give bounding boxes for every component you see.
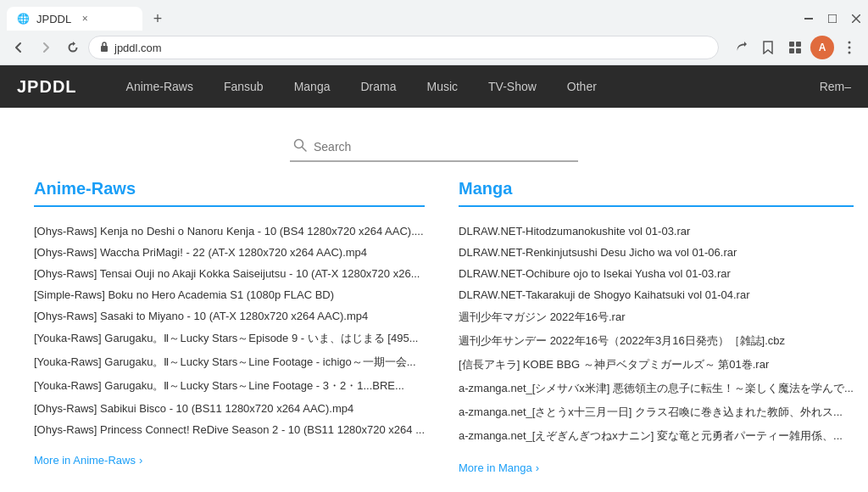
search-section [0, 108, 868, 179]
svg-point-9 [849, 42, 851, 44]
extensions-button[interactable] [783, 36, 807, 59]
list-item[interactable]: [Simple-Raws] Boku no Hero Academia S1 (… [34, 284, 425, 305]
site-header: JPDDL Anime-Raws Fansub Manga Drama Musi… [0, 65, 868, 108]
list-item[interactable]: [Youka-Raws] Garugaku。Ⅱ～Lucky Stars～Line… [34, 350, 425, 374]
nav-item-tvshow[interactable]: TV-Show [473, 65, 552, 108]
tab-favicon: 🌐 [17, 13, 30, 25]
nav-right-user[interactable]: Rem– [820, 80, 851, 93]
nav-item-drama[interactable]: Drama [345, 65, 411, 108]
list-item[interactable]: [Ohys-Raws] Princess Connect! ReDive Sea… [34, 419, 425, 440]
forward-button[interactable] [34, 36, 58, 59]
manga-divider [459, 205, 854, 207]
svg-rect-8 [796, 48, 801, 53]
main-content: Anime-Raws [Ohys-Raws] Kenja no Deshi o … [0, 179, 868, 474]
list-item[interactable]: 週刊少年サンデー 2022年16号（2022年3月16日発売）［雑誌].cbz [459, 329, 854, 353]
lock-icon [99, 41, 109, 55]
nav-item-other[interactable]: Other [552, 65, 612, 108]
manga-list: DLRAW.NET-Hitodzumanokushite vol 01-03.r… [459, 221, 854, 448]
list-item[interactable]: 週刊少年マガジン 2022年16号.rar [459, 305, 854, 329]
list-item[interactable]: [Ohys-Raws] Waccha PriMagi! - 22 (AT-X 1… [34, 242, 425, 263]
svg-rect-1 [828, 14, 837, 23]
svg-rect-4 [101, 46, 108, 52]
anime-raws-list: [Ohys-Raws] Kenja no Deshi o Nanoru Kenj… [34, 221, 425, 440]
anime-raws-title: Anime-Raws [34, 179, 425, 198]
svg-point-10 [849, 47, 851, 49]
svg-rect-5 [789, 42, 794, 47]
tab-close-button[interactable]: × [78, 12, 92, 25]
list-item[interactable]: a-zmanga.net_[さとうx十三月一日] クラス召喚に巻き込まれた教師、… [459, 400, 854, 424]
menu-button[interactable] [837, 36, 861, 59]
tab-title: JPDDL [36, 13, 71, 25]
list-item[interactable]: a-zmanga.net_[えぞぎんぎつねxナニン] 変な竜と元勇者パーティー雑… [459, 424, 854, 448]
anime-raws-divider [34, 205, 425, 207]
site-logo[interactable]: JPDDL [17, 77, 77, 97]
address-bar[interactable]: jpddl.com [88, 36, 719, 59]
window-restore-button[interactable] [821, 7, 844, 31]
list-item[interactable]: [Ohys-Raws] Sabikui Bisco - 10 (BS11 128… [34, 398, 425, 419]
manga-title: Manga [459, 179, 854, 198]
back-button[interactable] [7, 36, 31, 59]
list-item[interactable]: [信長アキラ] KOBE BBG ～神戸ベタプミガールズ～ 第01巻.rar [459, 353, 854, 377]
manga-column: Manga DLRAW.NET-Hitodzumanokushite vol 0… [459, 179, 854, 474]
list-item[interactable]: [Youka-Raws] Garugaku。Ⅱ～Lucky Stars～Epis… [34, 327, 425, 350]
svg-rect-6 [796, 42, 801, 47]
share-button[interactable] [729, 36, 753, 59]
nav-item-anime-raws[interactable]: Anime-Raws [111, 65, 209, 108]
bookmark-button[interactable] [756, 36, 780, 59]
list-item[interactable]: [Ohys-Raws] Sasaki to Miyano - 10 (AT-X … [34, 305, 425, 327]
nav-item-music[interactable]: Music [411, 65, 473, 108]
nav-item-manga[interactable]: Manga [279, 65, 346, 108]
window-minimize-button[interactable] [797, 7, 821, 31]
browser-tab[interactable]: 🌐 JPDDL × [7, 7, 142, 31]
nav-item-fansub[interactable]: Fansub [209, 65, 279, 108]
more-anime-raws-link[interactable]: More in Anime-Raws › [34, 454, 425, 467]
search-box[interactable] [290, 133, 578, 162]
profile-button[interactable]: A [810, 36, 834, 59]
list-item[interactable]: DLRAW.NET-Ochibure ojo to Isekai Yusha v… [459, 263, 854, 284]
window-close-button[interactable] [844, 7, 868, 31]
list-item[interactable]: a-zmanga.net_[シメサバx米津] 悪徳領主の息子に転生！～楽しく魔法… [459, 377, 854, 400]
new-tab-button[interactable]: + [146, 7, 170, 31]
list-item[interactable]: [Ohys-Raws] Kenja no Deshi o Nanoru Kenj… [34, 221, 425, 242]
anime-raws-column: Anime-Raws [Ohys-Raws] Kenja no Deshi o … [34, 179, 425, 474]
search-icon [293, 138, 307, 155]
list-item[interactable]: DLRAW.NET-Takarakuji de Shogyo Kaihatsuk… [459, 284, 854, 305]
list-item[interactable]: [Youka-Raws] Garugaku。Ⅱ～Lucky Stars～Line… [34, 374, 425, 398]
reload-button[interactable] [61, 36, 85, 59]
list-item[interactable]: DLRAW.NET-Hitodzumanokushite vol 01-03.r… [459, 221, 854, 242]
svg-line-13 [303, 148, 307, 152]
svg-rect-7 [789, 48, 794, 53]
list-item[interactable]: [Ohys-Raws] Tensai Ouji no Akaji Kokka S… [34, 263, 425, 284]
search-input[interactable] [314, 140, 575, 154]
list-item[interactable]: DLRAW.NET-Renkinjutsushi Desu Jicho wa v… [459, 242, 854, 263]
svg-point-11 [849, 52, 851, 54]
site-nav: Anime-Raws Fansub Manga Drama Music TV-S… [111, 65, 820, 108]
url-display: jpddl.com [114, 42, 708, 54]
svg-rect-0 [804, 18, 813, 20]
more-manga-link[interactable]: More in Manga › [459, 461, 854, 474]
